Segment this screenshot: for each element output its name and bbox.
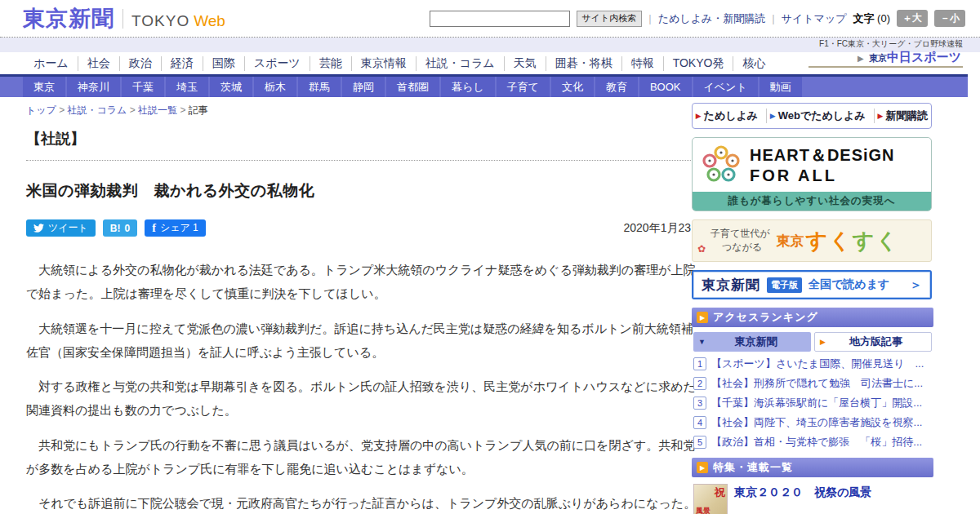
flower-logo-icon	[699, 143, 743, 187]
arrow-right-icon: ▶	[697, 462, 708, 473]
denshiban-banner[interactable]: 東京新聞 電子版 全国で読めます ＞	[692, 270, 932, 299]
site-logo[interactable]: 東京新聞 TOKYO Web	[23, 4, 225, 33]
ranking-tab-label: 地方版記事	[831, 335, 921, 349]
arrow-right-icon: ▶	[877, 112, 883, 120]
article-paragraph: 大統領選を十一月に控えて党派色の濃い弾劾裁判だ。訴追に持ち込んだ民主党は疑惑の経…	[26, 317, 702, 365]
secondary-nav-item[interactable]: 静岡	[342, 77, 385, 97]
separator: |	[772, 12, 774, 24]
page-body: トップ 社説・コラム 社説一覧 記事 【社説】 米国の弾劾裁判 裁かれる外交の私…	[0, 97, 980, 514]
article-body: 大統領による外交の私物化が裁かれる法廷である。トランプ米大統領のウクライナ疑惑を…	[26, 258, 702, 514]
sukusuku-banner[interactable]: ✿ 子育て世代が つながる 東京 すくすく	[692, 219, 932, 262]
sukusuku-brand: すくすく	[806, 227, 899, 255]
secondary-nav-item[interactable]: 埼玉	[166, 77, 208, 97]
ranking-tab-regional[interactable]: ▶ 地方版記事	[814, 332, 932, 352]
heart-banner-line2: FOR ALL	[750, 166, 895, 185]
separator: |	[648, 12, 651, 24]
primary-nav-item[interactable]: 囲碁・将棋	[546, 56, 622, 71]
ranking-item[interactable]: 5 【政治】首相・与党枠で膨張 「桜」招待...	[693, 435, 933, 450]
ranking-tabs: ▼ 東京新聞 ▶ 地方版記事	[693, 332, 933, 352]
trial-link[interactable]: ▶ ためしよみ	[696, 109, 767, 123]
primary-nav-item[interactable]: 政治	[120, 56, 162, 71]
ranking-item[interactable]: 4 【社会】両陛下、埼玉の障害者施設を視察...	[693, 415, 933, 430]
sitemap-link[interactable]: サイトマップ	[782, 11, 847, 26]
secondary-nav-item[interactable]: 栃木	[254, 77, 296, 97]
denshiban-brand: 東京新聞	[702, 276, 760, 295]
ranking-item[interactable]: 3 【千葉】海浜幕張駅前に「屋台横丁」開設...	[693, 396, 933, 410]
primary-nav-item[interactable]: 社会	[78, 56, 120, 71]
secondary-nav-item[interactable]: 東京	[23, 77, 65, 97]
primary-nav-item[interactable]: TOKYO発	[664, 56, 734, 71]
facebook-icon: f	[152, 222, 156, 235]
ranking-widget: ▶ アクセスランキング ▼ 東京新聞 ▶ 地方版記事 1 【スポーツ】さい	[692, 308, 933, 450]
chunichi-sports-banner[interactable]: F1・FC東京・大リーグ・プロ野球速報 ▶ 東京中日スポーツ	[808, 38, 963, 68]
trial-link[interactable]: ▶ 新聞購読	[877, 109, 928, 123]
hatena-icon: B!	[110, 223, 121, 234]
secondary-nav-item[interactable]: 動画	[760, 77, 802, 97]
arrow-right-icon: ▶	[696, 112, 702, 120]
site-search-button[interactable]: サイト内検索	[577, 11, 643, 27]
twitter-icon	[33, 223, 44, 233]
secondary-nav-item[interactable]: 子育て	[497, 77, 550, 97]
breadcrumb-item[interactable]: 社説・コラム	[68, 104, 139, 116]
primary-nav-item[interactable]: 特報	[622, 56, 664, 71]
primary-nav-item[interactable]: 芸能	[310, 56, 352, 71]
primary-nav-item[interactable]: 国際	[203, 56, 245, 71]
primary-nav-item[interactable]: 東京情報	[352, 56, 416, 71]
primary-nav-item[interactable]: ホーム	[24, 56, 78, 71]
ranking-tab-tokyo[interactable]: ▼ 東京新聞	[693, 332, 811, 352]
section-divider	[26, 160, 704, 161]
fontsize-smaller-button[interactable]: －小	[934, 10, 965, 27]
facebook-share-button[interactable]: f シェア 1	[145, 219, 206, 237]
fontsize-larger-button[interactable]: ＋大	[897, 10, 928, 27]
secondary-nav-item[interactable]: 首都圏	[386, 77, 439, 97]
article-paragraph: 大統領による外交の私物化が裁かれる法廷である。トランプ米大統領のウクライナ疑惑を…	[26, 258, 702, 306]
rank-number-badge: 3	[693, 397, 706, 410]
secondary-nav: 東京 神奈川 千葉 埼玉 茨城 栃木 群馬 静岡 首都圏 暮らし 子育て 文化 …	[0, 77, 968, 97]
rank-number-badge: 2	[693, 377, 706, 390]
logo-divider	[122, 9, 123, 29]
feature-item[interactable]: 祝 風景 東京２０２０ 祝祭の風景	[693, 484, 933, 514]
secondary-nav-item[interactable]: 神奈川	[67, 77, 120, 97]
trial-link[interactable]: ▶ Webでためしよみ	[770, 109, 875, 123]
rank-number-badge: 5	[693, 436, 706, 449]
hatena-bookmark-button[interactable]: B! 0	[103, 219, 137, 237]
primary-nav-item[interactable]: 社説・コラム	[416, 56, 505, 71]
logo-text-main: 東京新聞	[23, 4, 114, 33]
breadcrumb: トップ 社説・コラム 社説一覧 記事	[26, 104, 690, 117]
primary-nav-item[interactable]: 天気	[505, 56, 546, 71]
primary-nav-item[interactable]: 核心	[733, 56, 774, 71]
primary-nav-item[interactable]: スポーツ	[245, 56, 310, 71]
ranking-item[interactable]: 2 【社会】刑務所で隠れて勉強 司法書士に...	[693, 376, 933, 391]
trial-subscription-link[interactable]: ためしよみ・新聞購読	[658, 11, 766, 26]
breadcrumb-item[interactable]: 記事	[189, 104, 208, 116]
article-paragraph: それでも訴追前に下院公聴会で現・元政府高官たちが行った証言からは、トランプ外交の…	[26, 491, 702, 514]
secondary-nav-item[interactable]: 文化	[551, 77, 594, 97]
search-input[interactable]	[430, 11, 570, 27]
breadcrumb-item[interactable]: 社説一覧	[138, 104, 189, 116]
heart-banner-text: HEART＆DESiGN FOR ALL	[750, 144, 895, 185]
rank-number-badge: 1	[693, 357, 706, 370]
breadcrumb-item[interactable]: トップ	[26, 104, 68, 116]
secondary-nav-item[interactable]: 群馬	[298, 77, 341, 97]
trial-link-label: ためしよみ	[704, 109, 759, 123]
secondary-nav-item[interactable]: BOOK	[639, 77, 692, 97]
secondary-nav-item[interactable]: 千葉	[122, 77, 164, 97]
ranking-item[interactable]: 1 【スポーツ】さいたま国際、開催見送り ...	[693, 357, 933, 371]
secondary-nav-item[interactable]: 暮らし	[441, 77, 495, 97]
heart-design-banner[interactable]: HEART＆DESiGN FOR ALL 誰もが暮らしやすい社会の実現へ	[692, 137, 932, 211]
secondary-nav-item[interactable]: 茨城	[210, 77, 252, 97]
trial-link-label: Webでためしよみ	[778, 109, 866, 123]
tweet-button[interactable]: ツイート	[26, 219, 96, 237]
features-header: ▶ 特集・連載一覧	[692, 458, 933, 477]
article-title: 米国の弾劾裁判 裁かれる外交の私物化	[26, 180, 690, 202]
secondary-nav-item[interactable]: 教育	[595, 77, 638, 97]
ranking-item-text: 【政治】首相・与党枠で膨張 「桜」招待...	[711, 435, 922, 450]
ranking-item-text: 【スポーツ】さいたま国際、開催見送り ...	[711, 357, 924, 371]
sukusuku-brand-prefix: 東京	[777, 232, 804, 250]
secondary-nav-item[interactable]: イベント	[693, 77, 758, 97]
section-label: 【社説】	[26, 129, 690, 148]
primary-nav-item[interactable]: 経済	[162, 56, 203, 71]
chevron-right-icon: ＞	[910, 277, 922, 293]
ranking-tab-label: 東京新聞	[710, 335, 801, 349]
thumb-text: 祝	[715, 485, 725, 500]
